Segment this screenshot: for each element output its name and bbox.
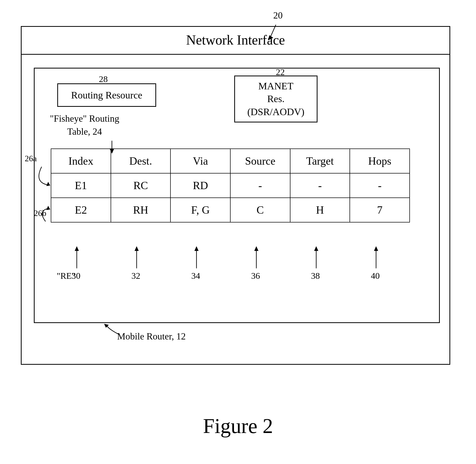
col-header-target: Target [290,149,350,173]
table-header-row: Index Dest. Via Source Target Hops [51,149,410,173]
col-header-via: Via [170,149,230,173]
label-32: 32 [131,271,140,281]
manet-line3: (DSR/AODV) [247,106,304,117]
figure-label: Figure 2 [0,414,476,438]
fisheye-label: "Fisheye" Routing Table, 24 [48,112,121,138]
label-26b: 26b [34,208,46,218]
cell-e1-source: - [230,173,290,198]
col-header-dest: Dest. [111,149,171,173]
cell-e1-via: RD [170,173,230,198]
label-40: 40 [371,271,380,281]
network-interface-label: Network Interface [186,32,285,48]
label-20: 20 [273,10,283,21]
cell-e2-hops: 7 [350,198,410,222]
manet-line2: Res. [267,93,285,104]
cell-e2-target: H [290,198,350,222]
cell-e2-index: E2 [51,198,111,222]
network-interface-header: Network Interface [21,26,450,55]
routing-resource-box: Routing Resource [57,83,156,107]
cell-e1-target: - [290,173,350,198]
routing-resource-label: Routing Resource [71,89,142,101]
col-header-source: Source [230,149,290,173]
label-28: 28 [99,74,108,84]
manet-line1: MANET [258,81,293,91]
cell-e2-via: F, G [170,198,230,222]
mobile-router-label: Mobile Router, 12 [117,331,186,342]
label-34: 34 [191,271,200,281]
manet-label: MANET Res. (DSR/AODV) [247,80,304,118]
label-36: 36 [251,271,260,281]
cell-e2-dest: RH [111,198,171,222]
label-26a: 26a [25,154,37,163]
table-row: E1 RC RD - - - [51,173,410,198]
page: 20 Network Interface 28 Routing Resource… [0,0,476,464]
label-30: 30 [72,271,80,281]
cell-e1-index: E1 [51,173,111,198]
cell-e1-dest: RC [111,173,171,198]
routing-table: Index Dest. Via Source Target Hops E1 RC… [51,149,410,222]
manet-box: MANET Res. (DSR/AODV) [234,76,318,122]
routing-table-container: Index Dest. Via Source Target Hops E1 RC… [51,149,410,222]
cell-e1-hops: - [350,173,410,198]
col-header-hops: Hops [350,149,410,173]
cell-e2-source: C [230,198,290,222]
label-38: 38 [311,271,320,281]
table-row: E2 RH F, G C H 7 [51,198,410,222]
col-header-index: Index [51,149,111,173]
